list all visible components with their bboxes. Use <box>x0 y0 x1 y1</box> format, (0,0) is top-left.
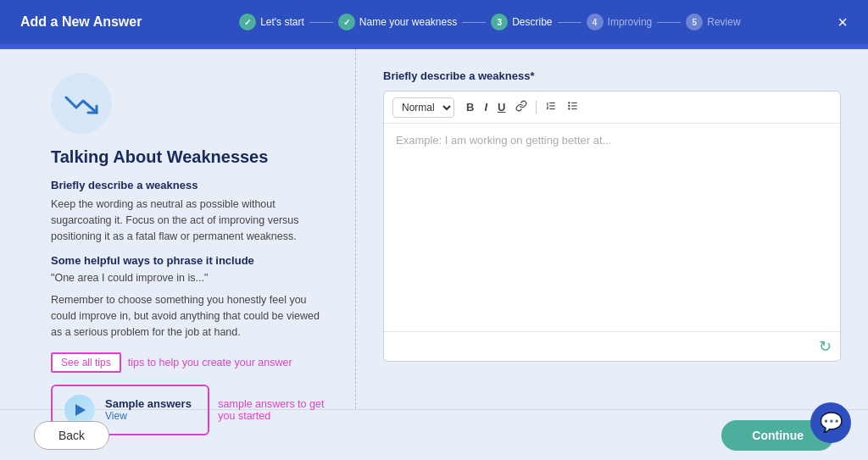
step-connector-3 <box>558 22 581 23</box>
tips-link-text: tips to help you create your answer <box>128 357 292 369</box>
step-2-label: Name your weakness <box>359 16 457 28</box>
trending-down-icon <box>64 91 98 116</box>
section1-label: Briefly describe a weakness <box>51 179 328 191</box>
chat-button[interactable]: 💬 <box>810 402 851 443</box>
step-connector-4 <box>657 22 681 23</box>
step-1-label: Let's start <box>260 16 304 28</box>
sample-view-link[interactable]: View <box>105 410 196 422</box>
step-improving: 4 Improving <box>587 14 653 30</box>
field-label: Briefly describe a weakness* <box>383 69 841 82</box>
underline-button[interactable]: U <box>492 97 510 117</box>
page-title: Add a New Answer <box>20 14 142 30</box>
editor-toolbar: Normal B I U <box>384 91 840 124</box>
editor-placeholder: Example: I am working on getting better … <box>396 134 611 147</box>
step-name-weakness: ✓ Name your weakness <box>338 14 457 30</box>
main-content: Talking About Weaknesses Briefly describ… <box>0 49 868 409</box>
weakness-icon-circle <box>51 73 112 134</box>
see-all-tips-button[interactable]: See all tips <box>51 352 121 373</box>
tips-row: See all tips tips to help you create you… <box>51 352 328 373</box>
refresh-icon[interactable]: ↻ <box>819 337 832 356</box>
ordered-list-button[interactable] <box>540 97 562 118</box>
step-2-icon: ✓ <box>338 14 355 30</box>
app-header: Add a New Answer ✓ Let's start ✓ Name yo… <box>0 0 868 44</box>
step-connector-2 <box>462 22 486 23</box>
unordered-list-icon <box>567 100 579 112</box>
close-button[interactable]: × <box>837 14 848 30</box>
chat-icon: 💬 <box>820 412 843 434</box>
step-3-label: Describe <box>512 16 552 28</box>
right-panel: Briefly describe a weakness* Normal B I … <box>356 49 868 409</box>
step-1-icon: ✓ <box>239 14 256 30</box>
svg-point-7 <box>569 105 570 106</box>
text-editor: Normal B I U <box>383 91 841 362</box>
editor-body[interactable]: Example: I am working on getting better … <box>384 124 840 331</box>
step-4-label: Improving <box>608 16 653 28</box>
svg-point-6 <box>569 103 570 103</box>
ordered-list-icon <box>545 100 557 112</box>
step-3-icon: 3 <box>491 14 508 30</box>
link-icon <box>515 100 527 112</box>
step-review: 5 Review <box>686 14 740 30</box>
remember-text: Remember to choose something you honestl… <box>51 292 328 340</box>
back-button[interactable]: Back <box>34 421 109 450</box>
step-4-icon: 4 <box>587 14 604 30</box>
step-5-icon: 5 <box>686 14 703 30</box>
section1-text: Keep the wording as neutral as possible … <box>51 197 328 244</box>
bold-button[interactable]: B <box>461 97 479 117</box>
helpful-ways-label: Some helpful ways to phrase it include <box>51 254 328 267</box>
svg-point-8 <box>569 108 570 109</box>
sample-info: Sample answers View <box>105 397 196 422</box>
unordered-list-button[interactable] <box>562 97 584 118</box>
steps-navigation: ✓ Let's start ✓ Name your weakness 3 Des… <box>239 14 740 30</box>
toolbar-divider <box>536 101 537 114</box>
format-select[interactable]: Normal <box>392 97 454 118</box>
editor-footer: ↻ <box>384 331 840 361</box>
left-panel: Talking About Weaknesses Briefly describ… <box>0 49 356 409</box>
step-describe: 3 Describe <box>491 14 552 30</box>
link-button[interactable] <box>510 97 532 118</box>
sample-link-text: sample answers to get you started <box>218 398 328 422</box>
sample-title: Sample answers <box>105 397 196 410</box>
play-icon <box>75 404 86 416</box>
italic-button[interactable]: I <box>479 97 492 117</box>
quote-text: "One area I could improve in is..." <box>51 272 328 284</box>
step-connector-1 <box>309 22 333 23</box>
step-5-label: Review <box>707 16 740 28</box>
panel-title: Talking About Weaknesses <box>51 147 328 167</box>
step-lets-start: ✓ Let's start <box>239 14 304 30</box>
